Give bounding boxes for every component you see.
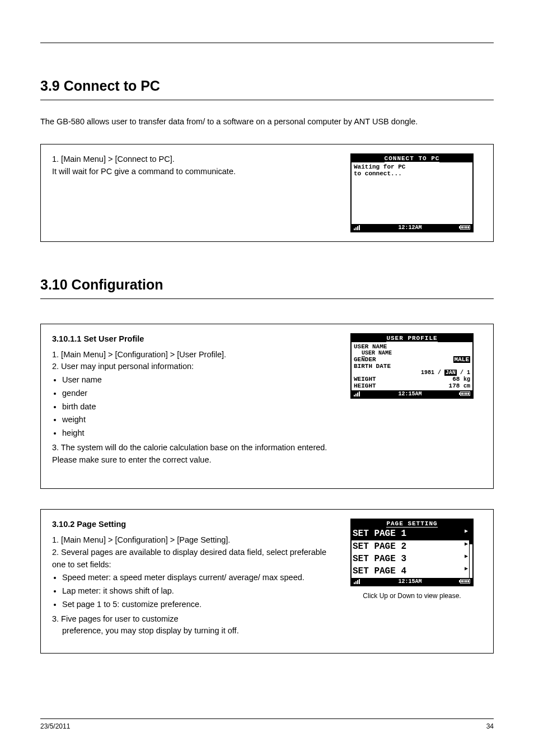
list-item: Set page 1 to 5: customize preference. [62, 599, 333, 611]
chevron-right-icon: ▶ [465, 528, 468, 540]
list-item: User name [62, 374, 333, 386]
battery-icon [460, 225, 470, 230]
device-line: to connect... [354, 170, 470, 177]
field-label: WEIGHT [354, 376, 376, 382]
hint-text: Click Up or Down to view please. [363, 592, 461, 600]
sub-heading: 3.10.2 Page Setting [52, 519, 333, 531]
scrollbar [469, 528, 472, 578]
field-label: USER NAME [354, 343, 470, 350]
field-value: UUSER NAMESER NAME [354, 350, 470, 356]
section-title-connect: 3.9 Connect to PC [40, 78, 494, 94]
device-title: PAGE SETTING [352, 520, 472, 528]
step-text: 2. User may input personal information: [52, 361, 333, 373]
footer-rule [40, 718, 494, 719]
device-title: USER PROFILE [352, 334, 472, 342]
device-status: 12:15AM [352, 390, 472, 398]
footer-date: 23/5/2011 [40, 722, 70, 730]
device-status: 12:15AM [352, 578, 472, 585]
divider [40, 100, 494, 100]
menu-item: SET PAGE 2▶ [352, 540, 469, 553]
device-time: 12:15AM [398, 391, 421, 397]
step-text: 2. Several pages are available to displa… [52, 547, 333, 571]
step-text: 1. [Main Menu] > [Configuration] > [Page… [52, 534, 333, 547]
box-left: 1. [Main Menu] > [Connect to PC]. It wil… [52, 153, 342, 232]
box-page-setting: 3.10.2 Page Setting 1. [Main Menu] > [Co… [40, 509, 494, 654]
list-item: gender [62, 388, 333, 400]
step-text: 3. Five pages for user to customize [52, 613, 333, 626]
list-item: weight [62, 414, 333, 426]
device-line: Waiting for PC [354, 164, 470, 170]
page-setting-list: Speed meter: a speed meter displays curr… [62, 572, 333, 610]
list-item: height [62, 427, 333, 440]
device-body: SET PAGE 1▶ SET PAGE 2▶ SET PAGE 3▶ SET … [352, 528, 472, 578]
box-connect: 1. [Main Menu] > [Connect to PC]. It wil… [40, 144, 494, 242]
profile-list: User name gender birth date weight heigh… [62, 374, 333, 440]
box-right: PAGE SETTING SET PAGE 1▶ SET PAGE 2▶ SET… [342, 519, 482, 637]
field-label: GENDER [354, 356, 376, 363]
field-value: 1981 / JAN / 1 [354, 370, 470, 376]
chevron-right-icon: ▶ [465, 540, 468, 553]
device-title: CONNECT TO PC [352, 155, 472, 162]
chevron-right-icon: ▶ [465, 565, 468, 577]
box-right: CONNECT TO PC Waiting for PC to connect.… [342, 153, 482, 232]
device-time: 12:12AM [398, 225, 421, 231]
step-text: 1. [Main Menu] > [Configuration] > [User… [52, 349, 333, 361]
field-value: 68 kg [452, 376, 470, 382]
device-page-setting: PAGE SETTING SET PAGE 1▶ SET PAGE 2▶ SET… [350, 519, 474, 586]
step-text: 3. The system will do the calorie calcul… [52, 442, 333, 466]
battery-icon [460, 391, 470, 396]
field-row: HEIGHT 178 cm [354, 382, 470, 389]
footer-page: 34 [486, 722, 494, 730]
sub-heading: 3.10.1.1 Set User Profile [52, 333, 333, 346]
box-right: USER PROFILE USER NAME UUSER NAMESER NAM… [342, 333, 482, 466]
list-item: Lap meter: it shows shift of lap. [62, 585, 333, 598]
footer: 23/5/2011 34 [40, 718, 494, 730]
step-text: 1. [Main Menu] > [Connect to PC]. [52, 153, 333, 166]
battery-icon [460, 579, 470, 584]
list-item: birth date [62, 401, 333, 413]
field-label: HEIGHT [354, 382, 376, 389]
signal-icon [354, 579, 360, 584]
device-user-profile: USER PROFILE USER NAME UUSER NAMESER NAM… [350, 333, 474, 399]
page: 3.9 Connect to PC The GB-580 allows user… [0, 0, 534, 756]
section-title-config: 3.10 Configuration [40, 277, 494, 293]
field-row: WEIGHT 68 kg [354, 376, 470, 382]
box-left: 3.10.2 Page Setting 1. [Main Menu] > [Co… [52, 519, 342, 637]
step-text: preference, you may stop display by turn… [62, 625, 333, 637]
list-item: Speed meter: a speed meter displays curr… [62, 572, 333, 584]
menu-item: SET PAGE 3▶ [352, 553, 469, 565]
box-user-profile: 3.10.1.1 Set User Profile 1. [Main Menu]… [40, 324, 494, 489]
field-value: 178 cm [449, 382, 470, 389]
header-rule [40, 43, 494, 43]
field-label: BIRTH DATE [354, 363, 470, 370]
device-connect: CONNECT TO PC Waiting for PC to connect.… [350, 153, 474, 232]
divider [40, 298, 494, 299]
box-left: 3.10.1.1 Set User Profile 1. [Main Menu]… [52, 333, 342, 466]
device-time: 12:15AM [398, 578, 421, 585]
signal-icon [354, 225, 360, 230]
chevron-right-icon: ▶ [465, 553, 468, 565]
field-row: GENDER MALE [354, 356, 470, 363]
device-body: USER NAME UUSER NAMESER NAME GENDER MALE… [352, 342, 472, 390]
menu-item-selected: SET PAGE 1▶ [352, 528, 469, 540]
device-body: Waiting for PC to connect... [352, 162, 472, 224]
menu-item: SET PAGE 4▶ [352, 565, 469, 577]
step-after: It will wait for PC give a command to co… [52, 166, 333, 178]
device-status: 12:12AM [352, 224, 472, 231]
section-intro-connect: The GB-580 allows user to transfer data … [40, 116, 494, 128]
signal-icon [354, 391, 360, 396]
field-value: MALE [453, 356, 470, 363]
